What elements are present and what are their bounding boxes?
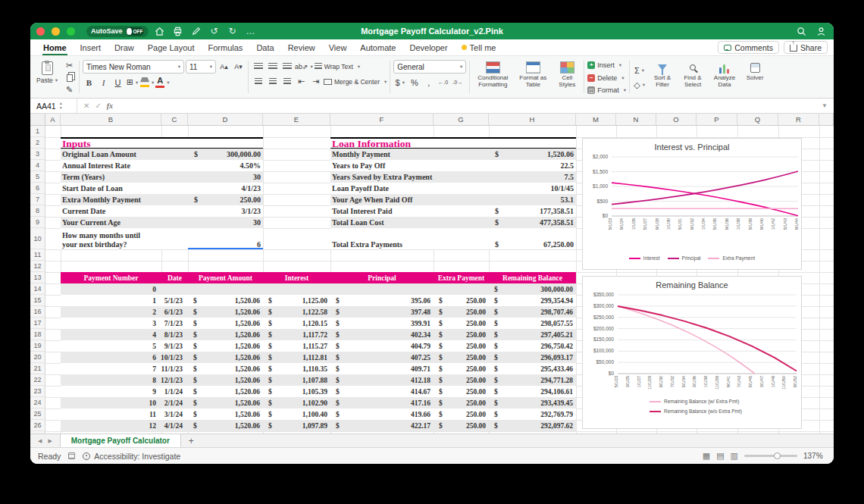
name-box-stepper[interactable]: ▲▼ [59, 102, 63, 110]
tab-data[interactable]: Data [249, 39, 280, 55]
row-header-15[interactable]: 15 [30, 295, 45, 306]
cell[interactable]: $250.00 [434, 420, 489, 431]
cell[interactable]: 11/1/23 [161, 363, 188, 374]
column-header-R[interactable]: R [778, 114, 819, 125]
cell[interactable]: $1,520.06 [188, 306, 263, 318]
chart-card-2[interactable]: Remaining Balance$0$50,000$100,000$150,0… [582, 276, 802, 429]
cell[interactable]: $250.00 [434, 397, 489, 409]
row-header-22[interactable]: 22 [30, 374, 45, 386]
cell[interactable]: $1,520.06 [188, 352, 263, 363]
cell[interactable]: 6 [61, 352, 161, 363]
cell-styles-button[interactable]: Cell Styles [553, 60, 581, 95]
cell[interactable] [263, 283, 330, 295]
cell-label[interactable]: Annual Interest Rate [61, 161, 188, 171]
increase-font-size-button[interactable]: A▴ [218, 61, 230, 74]
cell[interactable]: $1,107.88 [263, 374, 330, 386]
cell[interactable]: $1,520.06 [188, 374, 263, 386]
decrease-decimal-icon[interactable]: .0→ [451, 76, 464, 89]
cell[interactable]: $1,520.06 [188, 318, 263, 329]
font-name-select[interactable]: Times New Roman▾ [83, 60, 184, 74]
cell[interactable]: $1,110.35 [263, 363, 330, 374]
page-layout-view-icon[interactable]: ▤ [716, 451, 724, 461]
cell[interactable]: $1,120.15 [263, 318, 330, 329]
tab-review[interactable]: Review [281, 39, 322, 55]
cell-label[interactable]: Loan Payoff Date [330, 184, 489, 193]
cell[interactable]: $294,106.61 [489, 386, 576, 397]
align-left-icon[interactable] [252, 75, 265, 88]
cell[interactable]: $250.00 [434, 363, 489, 374]
cell[interactable]: $1,520.06 [188, 329, 263, 340]
column-header-C[interactable]: C [161, 114, 188, 125]
cell[interactable]: $1,117.72 [263, 329, 330, 340]
cell[interactable]: $298,057.55 [489, 318, 576, 329]
chart-card-1[interactable]: Interest vs. Principal$0$500$1,000$1,500… [582, 138, 802, 270]
account-icon[interactable] [814, 25, 828, 37]
comma-format-icon[interactable]: , [422, 76, 435, 89]
cell[interactable]: $402.34 [330, 329, 434, 340]
cell[interactable]: $293,439.45 [489, 397, 576, 409]
cell[interactable]: $250.00 [434, 329, 489, 340]
autosave-switch[interactable]: OFF [126, 27, 144, 36]
cell[interactable]: $1,520.06 [188, 397, 263, 409]
column-header-E[interactable]: E [263, 114, 330, 125]
analyze-data-button[interactable]: Analyze Data [709, 60, 740, 95]
cell[interactable]: 6/1/23 [161, 306, 188, 318]
insert-function-icon[interactable]: fx [107, 102, 113, 110]
sheet-grid[interactable]: 1234567891011121314151617181920212223242… [30, 126, 834, 434]
cell[interactable]: $414.67 [330, 386, 434, 397]
minimize-window-button[interactable] [52, 27, 60, 36]
cell-label[interactable]: Total Interest Paid [330, 207, 489, 216]
row-header-6[interactable]: 6 [30, 183, 45, 194]
row-header-25[interactable]: 25 [30, 409, 45, 420]
row-header-8[interactable]: 8 [30, 205, 45, 217]
align-right-icon[interactable] [280, 75, 293, 88]
cell[interactable]: $250.00 [434, 374, 489, 386]
legend-item[interactable]: Extra Payment [708, 255, 755, 261]
tab-formulas[interactable]: Formulas [202, 39, 250, 55]
cell[interactable]: $1,122.58 [263, 306, 330, 318]
cell[interactable]: $250.00 [434, 386, 489, 397]
align-bottom-icon[interactable] [280, 60, 293, 73]
cell[interactable]: 5/1/23 [161, 295, 188, 306]
format-as-table-button[interactable]: Format as Table [515, 60, 550, 95]
font-size-select[interactable]: 11▾ [186, 60, 216, 74]
cell-value[interactable]: 22.5 [489, 161, 576, 170]
number-format-select[interactable]: General▾ [393, 60, 466, 74]
cell[interactable]: $296,750.42 [489, 340, 576, 352]
cell[interactable]: 7 [61, 363, 161, 374]
bold-button[interactable]: B [83, 76, 95, 89]
normal-view-icon[interactable]: ▦ [703, 451, 710, 461]
cell[interactable]: $250.00 [434, 352, 489, 363]
formula-input[interactable] [119, 99, 815, 113]
row-header-7[interactable]: 7 [30, 194, 45, 205]
cell[interactable]: $299,354.94 [489, 295, 576, 306]
cell-label[interactable]: Years Saved by Extra Payment [330, 173, 489, 182]
home-icon[interactable] [153, 25, 167, 37]
row-header-10[interactable]: 10 [30, 228, 45, 249]
cell[interactable]: $422.17 [330, 420, 434, 431]
align-top-icon[interactable] [252, 60, 265, 73]
row-header-1[interactable]: 1 [30, 126, 45, 137]
row-header-24[interactable]: 24 [30, 397, 45, 409]
insert-cells-button[interactable]: +Insert▾ [587, 60, 626, 70]
align-middle-icon[interactable] [266, 60, 279, 73]
conditional-formatting-button[interactable]: Conditional Formatting [473, 60, 512, 95]
zoom-slider[interactable] [744, 455, 797, 457]
tab-insert[interactable]: Insert [74, 39, 108, 55]
cell[interactable]: $298,707.46 [489, 306, 576, 318]
redo-icon[interactable]: ↻ [226, 25, 239, 37]
enter-formula-icon[interactable]: ✓ [95, 102, 101, 110]
underline-button[interactable]: U [111, 76, 124, 89]
close-window-button[interactable] [36, 27, 45, 36]
cell[interactable]: $1,520.06 [188, 420, 263, 431]
column-header-B[interactable]: B [61, 114, 161, 125]
row-header-19[interactable]: 19 [30, 340, 45, 352]
cell[interactable]: $1,102.90 [263, 397, 330, 409]
column-header-A[interactable]: A [45, 114, 61, 125]
next-sheet-icon[interactable]: ▶ [48, 438, 52, 444]
cell[interactable]: $250.00 [434, 295, 489, 306]
zoom-window-button[interactable] [67, 27, 75, 36]
cell[interactable]: 7/1/23 [161, 318, 188, 329]
cell[interactable]: $419.66 [330, 409, 434, 420]
cell[interactable]: 3/1/24 [161, 409, 188, 420]
